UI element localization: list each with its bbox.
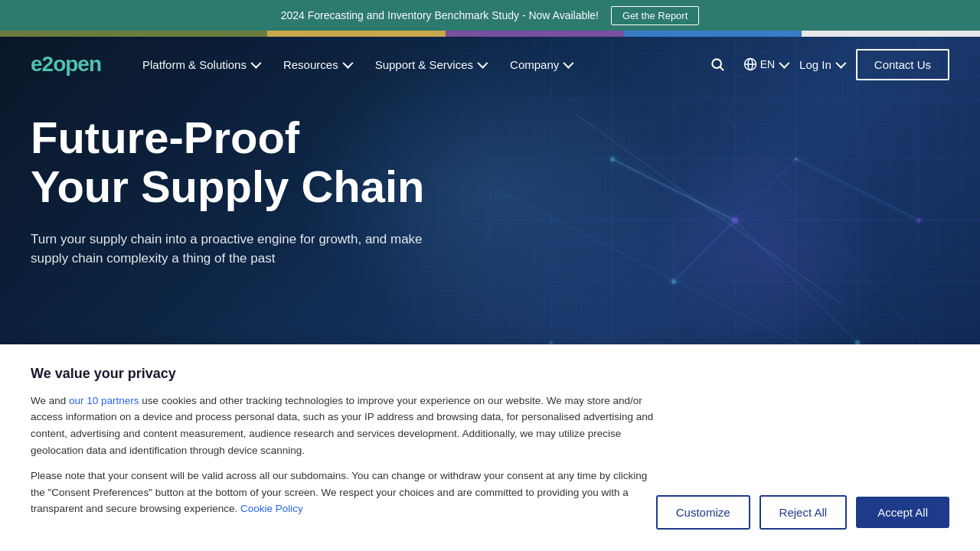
color-stripe (0, 31, 980, 37)
svg-line-30 (689, 75, 957, 381)
login-label: Log In (799, 58, 831, 71)
contact-button[interactable]: Contact Us (856, 49, 949, 80)
stripe-gold (267, 31, 446, 37)
nav-support-services[interactable]: Support & Services (364, 52, 496, 77)
navbar: e2open Platform & Solutions Resources Su… (0, 37, 980, 92)
nav-links: Platform & Solutions Resources Support &… (132, 52, 704, 77)
hero-title-line1: Future-Proof (31, 112, 299, 162)
search-icon (710, 57, 725, 72)
announcement-text: 2024 Forecasting and Inventory Benchmark… (281, 9, 599, 21)
stripe-light (802, 31, 980, 37)
stripe-olive (0, 31, 267, 37)
cookie-policy-link[interactable]: Cookie Policy (240, 503, 303, 514)
cookie-text-1: We and our 10 partners use cookies and o… (31, 393, 658, 458)
logo-text: e2open (31, 52, 101, 76)
chevron-down-icon (342, 58, 353, 69)
cookie-title: We value your privacy (31, 366, 949, 382)
hero-content: Future-Proof Your Supply Chain Turn your… (31, 113, 490, 269)
hero-title: Future-Proof Your Supply Chain (31, 113, 490, 211)
hero-subtitle: Turn your supply chain into a proactive … (31, 230, 459, 269)
chevron-down-icon (477, 58, 488, 69)
nav-resources[interactable]: Resources (273, 52, 361, 77)
reject-all-button[interactable]: Reject All (760, 495, 848, 530)
svg-line-29 (574, 113, 842, 305)
nav-company-label: Company (510, 58, 559, 71)
nav-company[interactable]: Company (499, 52, 582, 77)
language-label: EN (760, 58, 775, 70)
cookie-buttons: Customize Reject All Accept All (656, 495, 949, 530)
partners-link[interactable]: our 10 partners (69, 395, 139, 406)
language-selector[interactable]: EN (743, 57, 787, 71)
nav-right: EN Log In Contact Us (704, 49, 949, 80)
chevron-down-icon (779, 58, 789, 69)
search-button[interactable] (704, 51, 731, 78)
accept-all-button[interactable]: Accept All (856, 497, 949, 528)
cookie-text-prefix: We and (31, 395, 69, 406)
cookie-text-2: Please note that your consent will be va… (31, 468, 658, 517)
cookie-text-3: Please note that your consent will be va… (31, 470, 647, 514)
logo[interactable]: e2open (31, 52, 101, 77)
nav-resources-label: Resources (283, 58, 338, 71)
nav-platform-solutions-label: Platform & Solutions (142, 58, 247, 71)
stripe-blue (624, 31, 802, 37)
chevron-down-icon (835, 58, 846, 69)
announcement-cta[interactable]: Get the Report (611, 6, 699, 25)
announcement-bar: 2024 Forecasting and Inventory Benchmark… (0, 0, 980, 31)
stripe-purple (446, 31, 624, 37)
chevron-down-icon (250, 58, 261, 69)
chevron-down-icon (564, 58, 574, 69)
nav-support-services-label: Support & Services (375, 58, 473, 71)
nav-platform-solutions[interactable]: Platform & Solutions (132, 52, 270, 77)
login-button[interactable]: Log In (799, 58, 844, 71)
hero-title-line2: Your Supply Chain (31, 161, 425, 211)
globe-icon (743, 57, 757, 71)
cookie-consent: We value your privacy We and our 10 part… (0, 344, 980, 551)
svg-line-33 (720, 67, 724, 70)
customize-button[interactable]: Customize (656, 495, 750, 530)
